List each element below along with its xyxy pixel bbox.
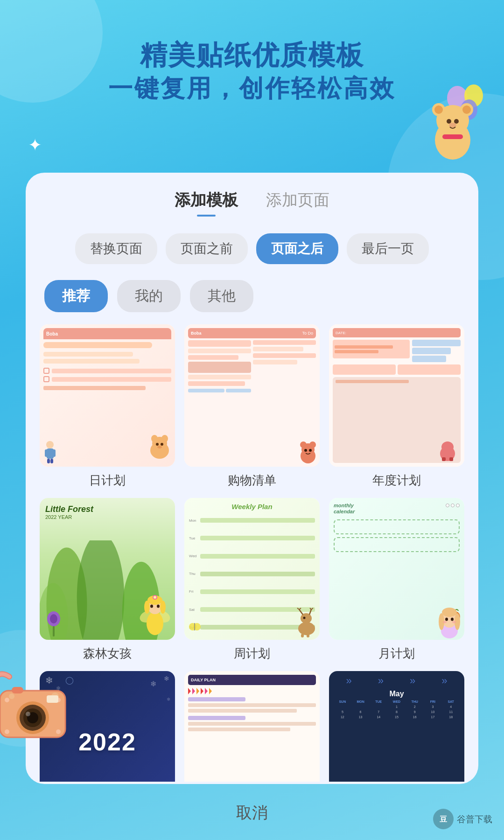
tabs-row: 添加模板 添加页面	[26, 173, 478, 224]
tab-add-template[interactable]: 添加模板	[175, 189, 238, 215]
sparkle-icon-left: ✦	[28, 135, 42, 155]
svg-point-36	[441, 441, 454, 453]
tab-add-page[interactable]: 添加页面	[266, 189, 329, 215]
templates-grid: Boba	[26, 324, 478, 782]
template-item-shopping[interactable]: Boba To Do	[184, 324, 320, 489]
svg-point-34	[309, 449, 312, 452]
svg-line-63	[297, 608, 299, 609]
svg-point-103	[9, 693, 14, 699]
template-item-may[interactable]: » » » » May SUN MON TUE WED THU FRI S	[329, 671, 464, 782]
svg-point-50	[144, 601, 150, 614]
template-thumb-forest: Little Forest 2022 YEAR	[40, 498, 175, 640]
svg-point-107	[56, 729, 61, 734]
template-label-weekly: 周计划	[234, 645, 270, 662]
template-thumb-weekly: Weekly Plan Mon Tue Wed Thu Fri Sat	[184, 498, 320, 640]
svg-point-82	[442, 608, 457, 617]
svg-text:豆: 豆	[440, 815, 447, 823]
svg-line-64	[299, 608, 301, 609]
svg-point-86	[452, 621, 456, 623]
svg-rect-26	[52, 449, 56, 457]
svg-point-51	[160, 601, 166, 614]
svg-point-12	[447, 119, 451, 124]
cat-recommended-btn[interactable]: 推荐	[44, 280, 108, 312]
svg-rect-70	[307, 634, 309, 637]
cancel-button[interactable]: 取消	[236, 802, 268, 824]
svg-point-85	[443, 621, 447, 623]
template-thumb-monthly: monthlycalendar	[329, 498, 464, 640]
template-item-daily[interactable]: Boba	[40, 324, 175, 489]
svg-rect-101	[12, 687, 23, 693]
svg-line-65	[309, 609, 311, 615]
template-thumb-dailyplan: DAILY PLAN	[184, 671, 320, 782]
template-label-forest: 森林女孩	[83, 645, 132, 662]
svg-point-32	[309, 441, 316, 448]
svg-point-68	[303, 617, 306, 619]
svg-point-58	[50, 614, 57, 623]
svg-point-105	[5, 729, 9, 734]
svg-rect-15	[442, 134, 463, 139]
template-thumb-yearly: DATE:	[329, 324, 464, 467]
svg-line-62	[299, 609, 303, 615]
svg-point-53	[157, 605, 160, 608]
svg-point-21	[161, 443, 163, 446]
cat-mine-btn[interactable]: 我的	[117, 280, 181, 312]
template-item-monthly[interactable]: monthlycalendar	[329, 498, 464, 662]
svg-point-52	[150, 605, 153, 608]
svg-rect-25	[45, 449, 49, 457]
svg-point-19	[161, 435, 168, 442]
svg-line-67	[311, 608, 313, 609]
svg-point-20	[156, 443, 159, 446]
template-thumb-daily: Boba	[40, 324, 175, 467]
svg-point-61	[301, 613, 312, 623]
svg-point-23	[46, 441, 54, 448]
category-row: 推荐 我的 其他	[26, 275, 478, 324]
watermark: 豆 谷普下载	[433, 809, 492, 830]
template-item-weekly[interactable]: Weekly Plan Mon Tue Wed Thu Fri Sat	[184, 498, 320, 662]
svg-rect-37	[442, 457, 446, 461]
svg-rect-69	[301, 634, 304, 637]
template-item-dailyplan[interactable]: DAILY PLAN	[184, 671, 320, 782]
template-label-shopping: 购物清单	[228, 472, 276, 489]
position-buttons-row: 替换页面 页面之前 页面之后 最后一页	[26, 224, 478, 275]
svg-rect-38	[449, 457, 453, 461]
svg-point-100	[26, 712, 30, 716]
camera-decoration	[0, 663, 79, 747]
watermark-text: 谷普下载	[457, 813, 492, 826]
svg-point-42	[77, 540, 125, 640]
template-thumb-shopping: Boba To Do	[184, 324, 320, 467]
svg-point-55	[154, 596, 156, 599]
svg-point-18	[151, 435, 158, 442]
svg-point-10	[434, 105, 443, 114]
svg-point-22	[157, 446, 162, 448]
svg-rect-108	[47, 695, 58, 703]
svg-point-31	[300, 441, 307, 448]
svg-point-13	[454, 119, 459, 124]
pos-last-btn[interactable]: 最后一页	[347, 233, 429, 264]
cancel-row: 取消	[0, 802, 504, 824]
bear-decoration	[415, 79, 490, 163]
app-logo-icon: 豆	[433, 809, 454, 830]
pos-replace-btn[interactable]: 替换页面	[75, 233, 157, 264]
cat-other-btn[interactable]: 其他	[190, 280, 253, 312]
template-thumb-may: » » » » May SUN MON TUE WED THU FRI S	[329, 671, 464, 782]
template-item-yearly[interactable]: DATE:	[329, 324, 464, 489]
svg-rect-28	[50, 459, 53, 463]
svg-point-14	[449, 123, 456, 127]
svg-line-66	[310, 608, 311, 609]
template-label-daily: 日计划	[89, 472, 126, 489]
template-label-yearly: 年度计划	[372, 472, 421, 489]
svg-point-84	[451, 618, 454, 621]
svg-point-33	[304, 449, 307, 452]
pos-before-btn[interactable]: 页面之前	[166, 233, 248, 264]
modal-card: 添加模板 添加页面 替换页面 页面之前 页面之后 最后一页 推荐 我的 其他 B…	[26, 173, 478, 784]
pos-after-btn[interactable]: 页面之后	[256, 233, 338, 264]
template-label-monthly: 月计划	[378, 645, 415, 662]
template-item-forest[interactable]: Little Forest 2022 YEAR	[40, 498, 175, 662]
svg-point-11	[462, 105, 471, 114]
svg-point-83	[445, 618, 448, 621]
svg-rect-27	[47, 459, 50, 463]
svg-point-47	[147, 612, 163, 635]
svg-point-104	[5, 698, 9, 702]
